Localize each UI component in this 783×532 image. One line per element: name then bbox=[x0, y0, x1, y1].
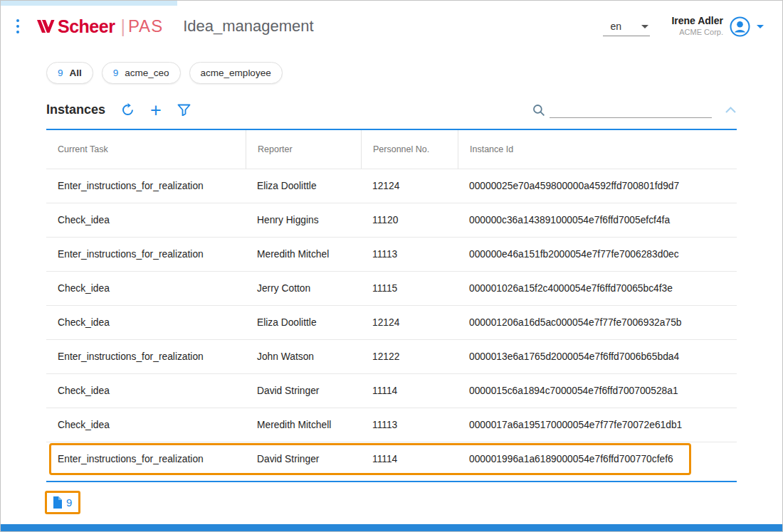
funnel-icon bbox=[177, 104, 191, 116]
cell-instance-id: 0000013e6a1765d2000054e7f6ffd7006b65bda4 bbox=[458, 340, 737, 373]
cell-current-task: Check_idea bbox=[46, 272, 246, 305]
filter-chip-acme_employee[interactable]: acme_employee bbox=[189, 62, 283, 84]
cell-current-task: Check_idea bbox=[46, 203, 246, 237]
cell-reporter: Eliza Doolittle bbox=[246, 306, 361, 339]
table-row[interactable]: Enter_instructions_for_realization John … bbox=[46, 339, 737, 373]
table-body: Enter_instructions_for_realization Eliza… bbox=[46, 169, 737, 476]
cell-reporter: Jerry Cotton bbox=[246, 272, 361, 305]
cell-instance-id: 000001026a15f2c4000054e7f6ffd70065bc4f3e bbox=[458, 272, 737, 305]
chip-count: 9 bbox=[113, 68, 119, 78]
cell-instance-id: 000001206a16d5ac000054e7f77fe7006932a75b bbox=[458, 306, 737, 339]
app-header: Scheer | PAS Idea_management en Irene Ad… bbox=[1, 1, 782, 43]
table-row[interactable]: Enter_instructions_for_realization David… bbox=[46, 442, 737, 476]
cell-instance-id: 000001996a1a6189000054e7f6ffd700770cfef6 bbox=[458, 442, 737, 476]
plus-icon: + bbox=[150, 104, 162, 117]
scheer-logo-mark-icon bbox=[36, 18, 55, 34]
cell-instance-id: 0000017a6a195170000054e7f77fe70072e61db1 bbox=[458, 408, 737, 442]
avatar-icon bbox=[729, 16, 751, 38]
cell-current-task: Enter_instructions_for_realization bbox=[46, 340, 246, 373]
app-window: Scheer | PAS Idea_management en Irene Ad… bbox=[0, 0, 783, 532]
user-text: Irene Adler ACME Corp. bbox=[671, 15, 723, 37]
filter-button[interactable] bbox=[177, 104, 191, 116]
cell-personnel-no: 12124 bbox=[361, 169, 458, 203]
cell-personnel-no: 11120 bbox=[361, 203, 458, 237]
cell-current-task: Check_idea bbox=[46, 374, 246, 408]
search-input[interactable] bbox=[550, 102, 712, 118]
cell-current-task: Enter_instructions_for_realization bbox=[46, 442, 246, 476]
chip-count: 9 bbox=[58, 68, 63, 78]
page-count-control[interactable]: 9 bbox=[45, 491, 80, 514]
cell-reporter: David Stringer bbox=[246, 442, 361, 476]
refresh-button[interactable] bbox=[121, 103, 135, 117]
chip-label: acme_employee bbox=[201, 68, 271, 78]
table-header-row: Current Task Reporter Personnel No. Inst… bbox=[46, 130, 737, 169]
table-row[interactable]: Check_idea Meredith Mitchell 11113 00000… bbox=[46, 408, 737, 442]
table-row[interactable]: Enter_instructions_for_realization Mered… bbox=[46, 237, 737, 271]
cell-reporter: David Stringer bbox=[246, 374, 361, 408]
column-header-reporter: Reporter bbox=[246, 130, 361, 169]
column-header-personnel-no: Personnel No. bbox=[361, 130, 458, 169]
table-row[interactable]: Check_idea Jerry Cotton 11115 000001026a… bbox=[46, 271, 737, 305]
cell-reporter: Meredith Mitchell bbox=[246, 408, 361, 442]
user-menu[interactable]: Irene Adler ACME Corp. bbox=[671, 15, 764, 37]
chevron-down-icon bbox=[641, 25, 648, 28]
scheer-pas-logo: Scheer | PAS bbox=[36, 16, 163, 37]
cell-instance-id: 000000e46a151fb2000054e7f77fe7006283d0ec bbox=[458, 238, 737, 271]
cell-current-task: Enter_instructions_for_realization bbox=[46, 169, 246, 203]
file-icon bbox=[52, 496, 63, 509]
cell-personnel-no: 11114 bbox=[361, 374, 458, 408]
table-row[interactable]: Check_idea Henry Higgins 11120 000000c36… bbox=[46, 203, 737, 237]
cell-personnel-no: 11113 bbox=[361, 408, 458, 442]
cell-current-task: Check_idea bbox=[46, 306, 246, 339]
table-row[interactable]: Check_idea David Stringer 11114 0000015c… bbox=[46, 373, 737, 408]
chip-label: acme_ceo bbox=[125, 68, 169, 78]
cell-personnel-no: 12124 bbox=[361, 306, 458, 339]
cell-reporter: Meredith Mitchel bbox=[246, 238, 361, 271]
cell-instance-id: 000000c36a143891000054e7f6ffd7005efcf4fa bbox=[458, 203, 737, 237]
cell-current-task: Check_idea bbox=[46, 408, 246, 442]
cell-reporter: Henry Higgins bbox=[246, 203, 361, 237]
chip-label: All bbox=[70, 68, 82, 78]
chevron-down-icon bbox=[757, 25, 764, 28]
browser-tab-sliver bbox=[1, 1, 177, 6]
header-right: en Irene Adler ACME Corp. bbox=[603, 15, 764, 37]
page-count-value: 9 bbox=[66, 496, 72, 509]
column-header-instance-id: Instance Id bbox=[458, 130, 737, 169]
brand-product: PAS bbox=[128, 16, 163, 36]
cell-reporter: Eliza Doolittle bbox=[246, 169, 361, 203]
collapse-panel-chevron-up-icon[interactable] bbox=[725, 106, 737, 114]
cell-personnel-no: 11113 bbox=[361, 238, 458, 271]
filter-chip-all[interactable]: 9 All bbox=[46, 62, 93, 84]
cell-reporter: John Watson bbox=[246, 340, 361, 373]
cell-personnel-no: 11114 bbox=[361, 442, 458, 476]
page-title: Idea_management bbox=[183, 17, 313, 36]
filter-chip-acme_ceo[interactable]: 9 acme_ceo bbox=[102, 62, 181, 84]
instances-table: Current Task Reporter Personnel No. Inst… bbox=[46, 129, 737, 482]
cell-instance-id: 0000015c6a1894c7000054e7f6ffd700700528a1 bbox=[458, 374, 737, 408]
cell-current-task: Enter_instructions_for_realization bbox=[46, 238, 246, 271]
table-row[interactable]: Enter_instructions_for_realization Eliza… bbox=[46, 169, 737, 203]
instances-title: Instances bbox=[46, 102, 105, 117]
table-row[interactable]: Check_idea Eliza Doolittle 12124 0000012… bbox=[46, 305, 737, 339]
search-area bbox=[532, 102, 737, 118]
search-icon[interactable] bbox=[532, 104, 545, 117]
cell-personnel-no: 11115 bbox=[361, 272, 458, 305]
add-instance-button[interactable]: + bbox=[150, 104, 162, 117]
cell-personnel-no: 12122 bbox=[361, 340, 458, 373]
language-value: en bbox=[610, 21, 621, 32]
menu-kebab-icon[interactable] bbox=[12, 15, 23, 38]
language-select[interactable]: en bbox=[603, 19, 650, 36]
user-org: ACME Corp. bbox=[671, 28, 723, 38]
instances-toolbar: Instances + bbox=[46, 102, 737, 118]
brand-separator: | bbox=[120, 16, 125, 37]
bottom-accent-bar bbox=[1, 524, 782, 531]
cell-instance-id: 00000025e70a459800000a4592ffd700801fd9d7 bbox=[458, 169, 737, 203]
brand-name: Scheer bbox=[58, 16, 115, 37]
user-name: Irene Adler bbox=[671, 15, 723, 28]
chip-row: 9 All 9 acme_ceo acme_employee bbox=[46, 62, 782, 84]
column-header-current-task: Current Task bbox=[46, 130, 246, 169]
